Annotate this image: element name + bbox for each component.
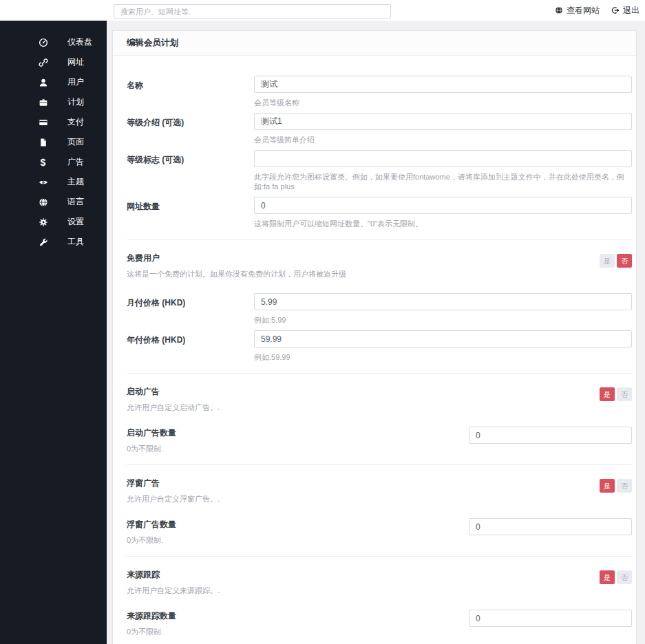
overlay-ads-count-input[interactable] bbox=[469, 518, 632, 535]
form-row-source-tracking-count: 来源跟踪数量0为不限制. bbox=[127, 610, 632, 636]
sidebar-item-themes[interactable]: 主题 bbox=[0, 172, 107, 192]
divider bbox=[127, 556, 632, 557]
field-help: 允许用户自定义浮窗广告。. bbox=[127, 494, 586, 504]
sidebar-item-label: 用户 bbox=[67, 76, 84, 88]
logout-link[interactable]: 退出 bbox=[611, 5, 639, 17]
sidebar-item-label: 广告 bbox=[67, 156, 84, 168]
badge-input[interactable] bbox=[254, 150, 632, 167]
sidebar-item-label: 设置 bbox=[67, 216, 84, 228]
view-site-link[interactable]: 查看网站 bbox=[555, 5, 600, 17]
sidebar-item-payments[interactable]: 支付 bbox=[0, 112, 107, 132]
field-label: 启动广告 bbox=[127, 385, 586, 398]
gear-icon bbox=[38, 217, 48, 227]
top-link-label: 查看网站 bbox=[567, 5, 600, 17]
divider bbox=[127, 464, 632, 465]
topbar-links: 查看网站退出 bbox=[555, 0, 639, 21]
field-label: 名称 bbox=[127, 76, 254, 107]
credit-card-icon bbox=[38, 117, 48, 127]
sidebar-item-ads[interactable]: $广告 bbox=[0, 152, 107, 172]
divider bbox=[127, 373, 632, 374]
field-help: 此字段允许您为图标设置类。例如，如果要使用fontawome，请将库添加到主题文… bbox=[254, 172, 632, 191]
sidebar-item-label: 支付 bbox=[67, 116, 84, 128]
field-help: 这将限制用户可以缩短网址数量。"0"表示无限制。 bbox=[254, 219, 632, 228]
splash-ads-no-button[interactable]: 否 bbox=[617, 387, 632, 401]
field-help: 例如:59.99 bbox=[254, 352, 632, 362]
form-row-free-user: 免费用户这将是一个免费的计划。如果你没有免费的计划，用户将被迫升级是否 bbox=[127, 252, 632, 279]
form-body: 名称会员等级名称等级介绍 (可选)会员等级简单介绍等级标志 (可选)此字段允许您… bbox=[113, 56, 636, 644]
dashboard-icon bbox=[38, 37, 48, 47]
splash-ads-count-input[interactable] bbox=[469, 427, 632, 444]
sidebar-item-label: 计划 bbox=[67, 96, 84, 108]
sidebar-item-label: 语言 bbox=[67, 196, 84, 208]
field-label: 年付价格 (HKD) bbox=[127, 330, 254, 362]
sidebar-item-users[interactable]: 用户 bbox=[0, 72, 107, 92]
logout-icon bbox=[611, 6, 620, 14]
source-tracking-no-button[interactable]: 否 bbox=[617, 570, 632, 584]
sidebar-item-urls[interactable]: 网址 bbox=[0, 52, 107, 72]
form-row-badge: 等级标志 (可选)此字段允许您为图标设置类。例如，如果要使用fontawome，… bbox=[127, 150, 632, 191]
field-help: 会员等级简单介绍 bbox=[254, 135, 632, 144]
yearly-price-input[interactable] bbox=[254, 330, 632, 347]
divider bbox=[127, 239, 632, 240]
field-label: 浮窗广告数量 bbox=[127, 518, 455, 530]
form-row-yearly-price: 年付价格 (HKD)例如:59.99 bbox=[127, 330, 632, 362]
form-row-source-tracking: 来源跟踪允许用户自定义来源跟踪。.是否 bbox=[127, 568, 632, 595]
form-row-description: 等级介绍 (可选)会员等级简单介绍 bbox=[127, 113, 632, 144]
top-link-label: 退出 bbox=[623, 5, 639, 17]
overlay-ads-no-button[interactable]: 否 bbox=[617, 479, 632, 493]
form-row-url-limit: 网址数量这将限制用户可以缩短网址数量。"0"表示无限制。 bbox=[127, 197, 632, 228]
field-label: 浮窗广告 bbox=[127, 477, 586, 489]
globe-icon bbox=[555, 6, 563, 14]
form-row-overlay-ads: 浮窗广告允许用户自定义浮窗广告。.是否 bbox=[127, 477, 632, 504]
field-label: 启动广告数量 bbox=[127, 427, 455, 439]
field-label: 月付价格 (HKD) bbox=[127, 293, 254, 325]
eye-icon bbox=[38, 177, 48, 187]
page-icon bbox=[38, 137, 48, 147]
sidebar-item-languages[interactable]: 语言 bbox=[0, 192, 107, 212]
edit-plan-card: 编辑会员计划 名称会员等级名称等级介绍 (可选)会员等级简单介绍等级标志 (可选… bbox=[112, 30, 637, 644]
source-tracking-yes-button[interactable]: 是 bbox=[600, 570, 615, 584]
sidebar-item-plans[interactable]: 计划 bbox=[0, 92, 107, 112]
description-input[interactable] bbox=[254, 113, 632, 130]
form-row-splash-ads-count: 启动广告数量0为不限制. bbox=[127, 427, 632, 453]
sidebar-item-label: 页面 bbox=[67, 136, 84, 148]
source-tracking-count-input[interactable] bbox=[469, 610, 632, 627]
field-label: 来源跟踪 bbox=[127, 568, 586, 581]
sidebar-item-tools[interactable]: 工具 bbox=[0, 232, 107, 252]
field-label: 等级介绍 (可选) bbox=[127, 113, 254, 144]
free-user-no-button[interactable]: 否 bbox=[617, 254, 632, 268]
field-help: 允许用户自定义来源跟踪。. bbox=[127, 586, 586, 595]
field-label: 网址数量 bbox=[127, 197, 254, 228]
splash-ads-yes-button[interactable]: 是 bbox=[600, 387, 615, 401]
monthly-price-input[interactable] bbox=[254, 293, 632, 310]
sidebar: 仪表盘网址用户计划支付页面$广告主题语言设置工具 bbox=[0, 21, 107, 644]
sidebar-item-label: 网址 bbox=[67, 56, 84, 68]
wrench-icon bbox=[38, 237, 48, 247]
briefcase-icon bbox=[38, 97, 48, 107]
field-help: 0为不限制. bbox=[127, 535, 455, 545]
search-input[interactable] bbox=[114, 4, 391, 19]
field-help: 允许用户自定义启动广告。. bbox=[127, 402, 586, 412]
sidebar-item-settings[interactable]: 设置 bbox=[0, 212, 107, 232]
name-input[interactable] bbox=[254, 76, 632, 93]
field-label: 来源跟踪数量 bbox=[127, 610, 455, 622]
field-help: 例如:5.99 bbox=[254, 315, 632, 325]
field-help: 0为不限制. bbox=[127, 627, 455, 636]
field-label: 等级标志 (可选) bbox=[127, 150, 254, 191]
sidebar-item-dashboard[interactable]: 仪表盘 bbox=[0, 32, 107, 52]
link-icon bbox=[38, 57, 48, 67]
free-user-yes-button[interactable]: 是 bbox=[600, 254, 615, 268]
field-label: 免费用户 bbox=[127, 252, 586, 264]
sidebar-item-pages[interactable]: 页面 bbox=[0, 132, 107, 152]
topbar: 查看网站退出 bbox=[0, 0, 645, 21]
form-row-monthly-price: 月付价格 (HKD)例如:5.99 bbox=[127, 293, 632, 325]
sidebar-item-label: 主题 bbox=[67, 176, 84, 188]
url-limit-input[interactable] bbox=[254, 197, 632, 214]
form-row-splash-ads: 启动广告允许用户自定义启动广告。.是否 bbox=[127, 385, 632, 412]
field-help: 0为不限制. bbox=[127, 444, 455, 453]
sidebar-item-label: 工具 bbox=[67, 236, 84, 248]
field-help: 会员等级名称 bbox=[254, 98, 632, 107]
user-icon bbox=[38, 77, 48, 87]
globe-icon bbox=[38, 197, 48, 207]
overlay-ads-yes-button[interactable]: 是 bbox=[600, 479, 615, 493]
